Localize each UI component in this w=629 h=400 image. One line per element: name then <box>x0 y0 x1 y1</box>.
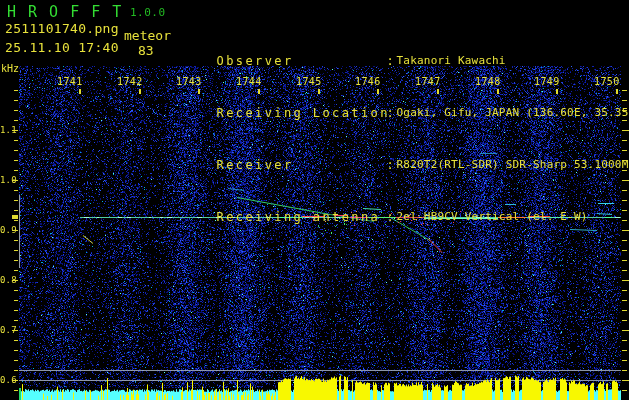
info-label: Receiving Location <box>217 106 387 120</box>
freq-label-1-1: 1.1 <box>0 125 14 135</box>
time-label-1744: 1744 <box>236 76 262 87</box>
info-separator: : <box>387 54 397 68</box>
info-row-antenna: Receiving antenna:2el-HB9CV Vertical (el… <box>178 196 629 210</box>
info-value: Ogaki, Gifu, JAPAN (136.60E, 35.35N) <box>397 106 629 119</box>
info-row-receiver: Receiver:R820T2(RTL-SDR) SDR-Sharp 53.10… <box>178 144 629 158</box>
info-label: Receiver <box>217 158 387 172</box>
observation-datetime: 25.11.10 17:40 <box>5 40 119 55</box>
time-label-1741: 1741 <box>57 76 83 87</box>
time-label-1748: 1748 <box>475 76 501 87</box>
time-label-1750: 1750 <box>594 76 620 87</box>
time-label-1746: 1746 <box>355 76 381 87</box>
time-label-1747: 1747 <box>415 76 441 87</box>
info-separator: : <box>387 210 397 224</box>
freq-label-1-0: 1.0 <box>0 175 14 185</box>
info-label: Observer <box>217 54 387 68</box>
freq-label-0-7: 0.7 <box>0 325 14 335</box>
info-value: Takanori Kawachi <box>397 54 506 67</box>
freq-label-0-6: 0.6 <box>0 375 14 385</box>
time-label-1749: 1749 <box>534 76 560 87</box>
info-value: 2el-HB9CV Vertical (el. E-W) <box>397 210 588 223</box>
info-row-location: Receiving Location:Ogaki, Gifu, JAPAN (1… <box>178 92 629 106</box>
info-value: R820T2(RTL-SDR) SDR-Sharp 53.1000MHz <box>397 158 629 171</box>
output-filename: 2511101740.png <box>5 21 119 36</box>
freq-label-0-9: 0.9 <box>0 225 14 235</box>
freq-axis-unit: kHz <box>1 63 19 74</box>
info-row-observer: Observer:Takanori Kawachi <box>178 40 629 54</box>
info-separator: : <box>387 158 397 172</box>
observer-info-block: Observer:Takanori Kawachi Receiving Loca… <box>178 2 629 229</box>
app-version: 1.0.0 <box>130 6 166 19</box>
time-label-1745: 1745 <box>296 76 322 87</box>
hrofft-window: { "app": { "title": "H R O F F T", "vers… <box>0 0 629 400</box>
info-separator: : <box>387 106 397 120</box>
echo-count: 83 <box>138 43 154 58</box>
time-label-1742: 1742 <box>117 76 143 87</box>
freq-label-0-8: 0.8 <box>0 275 14 285</box>
info-label: Receiving antenna <box>217 210 387 224</box>
time-label-1743: 1743 <box>176 76 202 87</box>
observation-mode: meteor <box>124 28 171 43</box>
app-title: H R O F F T <box>7 3 123 21</box>
